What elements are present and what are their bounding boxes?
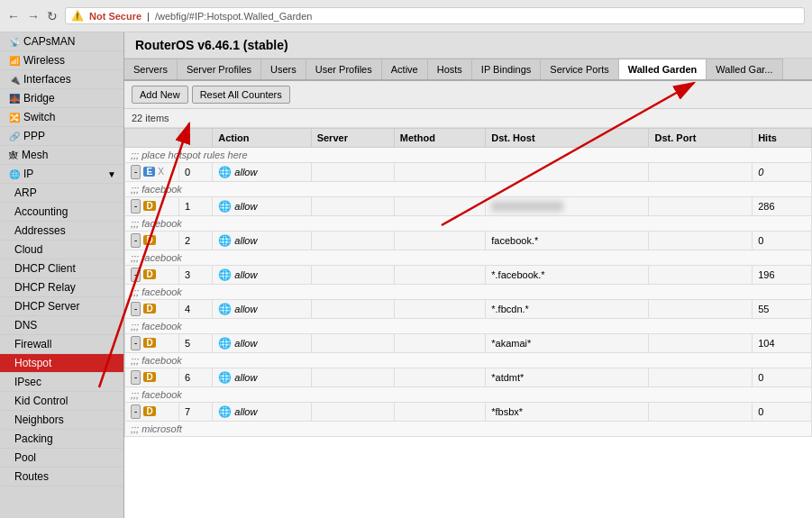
col-hits[interactable]: Hits [753,129,812,148]
col-dst-port[interactable]: Dst. Port [649,129,753,148]
table-row[interactable]: - E X 0 🌐 allow 0 [125,163,812,182]
minus-button[interactable]: - [131,268,141,282]
row-method [394,197,486,216]
toolbar: Add New Reset All Counters [124,81,812,109]
table-row[interactable]: - D 4 🌐 allow *.fbcdn.* 55 [125,300,812,319]
sidebar-label-wireless: Wireless [23,54,65,67]
minus-button[interactable]: - [131,336,141,350]
sidebar-label-mesh: Mesh [22,149,48,161]
back-button[interactable]: ← [7,9,20,23]
sidebar-item-ppp[interactable]: 🔗 PPP [0,127,123,146]
action-icon: 🌐 [218,303,232,315]
minus-button[interactable]: - [131,233,141,248]
sidebar-item-arp[interactable]: ARP [0,184,123,203]
row-server [311,403,394,422]
sidebar-item-interfaces[interactable]: 🔌 Interfaces [0,70,123,89]
sidebar-item-dns[interactable]: DNS [0,316,123,335]
sidebar-item-accounting[interactable]: Accounting [0,203,123,222]
forward-button[interactable]: → [27,9,40,23]
add-new-button[interactable]: Add New [132,86,188,104]
comment-text: ;;; facebook [125,182,812,197]
tab-active[interactable]: Active [382,59,428,79]
row-hits: 55 [753,300,812,319]
tab-servers[interactable]: Servers [124,59,178,79]
refresh-button[interactable]: ↻ [47,9,58,23]
minus-button[interactable]: - [131,370,141,385]
tab-user-profiles[interactable]: User Profiles [306,59,382,79]
sidebar-item-capsman[interactable]: 📡 CAPsMAN [0,32,123,51]
sidebar-item-hotspot[interactable]: Hotspot [0,354,123,373]
sidebar-item-packing[interactable]: Packing [0,430,123,449]
col-num[interactable]: # [179,129,213,148]
sidebar-item-firewall[interactable]: Firewall [0,335,123,354]
col-dst-host[interactable]: Dst. Host [486,129,649,148]
row-dst-host [486,163,649,182]
sidebar-item-mesh[interactable]: 🕸 Mesh [0,146,123,165]
row-hits: 0 [753,403,812,422]
table-row[interactable]: - D 1 🌐 allow xxx.xxx.xxx 286 [125,197,812,216]
col-action[interactable]: Action [213,129,311,148]
row-action: 🌐 allow [213,266,311,285]
tab-server-profiles[interactable]: Server Profiles [178,59,261,79]
sidebar-item-cloud[interactable]: Cloud [0,241,123,259]
sidebar-item-neighbors[interactable]: Neighbors [0,411,123,430]
row-controls: - D [125,197,179,216]
minus-button[interactable]: - [131,165,141,179]
sidebar-label-pool: Pool [14,451,36,464]
sidebar-item-ipsec[interactable]: IPsec [0,373,123,392]
tab-service-ports[interactable]: Service Ports [541,59,618,79]
sidebar-item-switch[interactable]: 🔀 Switch [0,108,123,127]
url-text: /webfig/#IP:Hotspot.Walled_Garden [155,11,312,22]
wireless-icon: 📶 [9,56,20,66]
tab-hosts[interactable]: Hosts [428,59,472,79]
sidebar-item-dhcp-client[interactable]: DHCP Client [0,259,123,278]
comment-text: ;;; microsoft [125,422,812,437]
minus-button[interactable]: - [131,404,141,419]
sidebar-item-wireless[interactable]: 📶 Wireless [0,51,123,70]
row-num: 3 [179,266,213,285]
app-title: RouterOS v6.46.1 (stable) [124,32,812,59]
row-num: 6 [179,368,213,387]
table-row[interactable]: - D 7 🌐 allow *fbsbx* 0 [125,403,812,422]
lock-icon: ⚠️ [71,10,84,22]
table-row[interactable]: - D 3 🌐 allow *.facebook.* 196 [125,266,812,285]
sidebar-item-dhcp-relay[interactable]: DHCP Relay [0,278,123,297]
address-bar[interactable]: ⚠️ Not Secure | /webfig/#IP:Hotspot.Wall… [65,7,805,24]
mesh-icon: 🕸 [9,150,18,160]
sidebar-item-routes[interactable]: Routes [0,468,123,486]
row-controls: - D [125,403,179,422]
sidebar-label-dhcp-server: DHCP Server [14,300,79,313]
action-icon: 🌐 [218,371,232,384]
sidebar-label-interfaces: Interfaces [23,73,71,86]
minus-button[interactable]: - [131,302,141,316]
main-content: RouterOS v6.46.1 (stable) Servers Server… [124,32,812,518]
tab-walled-garden-ip[interactable]: Walled Gar... [707,59,782,79]
sidebar-item-bridge[interactable]: 🌉 Bridge [0,89,123,108]
row-method [394,334,486,353]
comment-text: ;;; facebook [125,216,812,232]
table-row[interactable]: - D 5 🌐 allow *akamai* 104 [125,334,812,353]
comment-text: ;;; place hotspot rules here [125,148,812,163]
sidebar-item-addresses[interactable]: Addresses [0,222,123,241]
row-num: 1 [179,197,213,216]
tab-walled-garden[interactable]: Walled Garden [619,59,707,81]
col-server[interactable]: Server [311,129,394,148]
table-row[interactable]: - D 6 🌐 allow *atdmt* 0 [125,368,812,387]
col-controls [125,129,179,148]
reset-all-counters-button[interactable]: Reset All Counters [192,86,290,104]
action-icon: 🌐 [218,166,232,178]
row-action: 🌐 allow [213,403,311,422]
tab-ip-bindings[interactable]: IP Bindings [472,59,541,79]
badge-d: D [143,269,155,279]
table-row[interactable]: - D 2 🌐 allow facebook.* 0 [125,232,812,250]
sidebar-item-pool[interactable]: Pool [0,449,123,468]
sidebar-item-kid-control[interactable]: Kid Control [0,392,123,411]
row-dst-host: *atdmt* [486,368,649,387]
col-method[interactable]: Method [394,129,486,148]
sidebar-item-ip[interactable]: 🌐 IP ▼ [0,165,123,184]
minus-button[interactable]: - [131,199,141,214]
tab-users[interactable]: Users [261,59,306,79]
row-method [394,403,486,422]
sidebar-label-kid-control: Kid Control [14,395,68,407]
sidebar-item-dhcp-server[interactable]: DHCP Server [0,297,123,316]
